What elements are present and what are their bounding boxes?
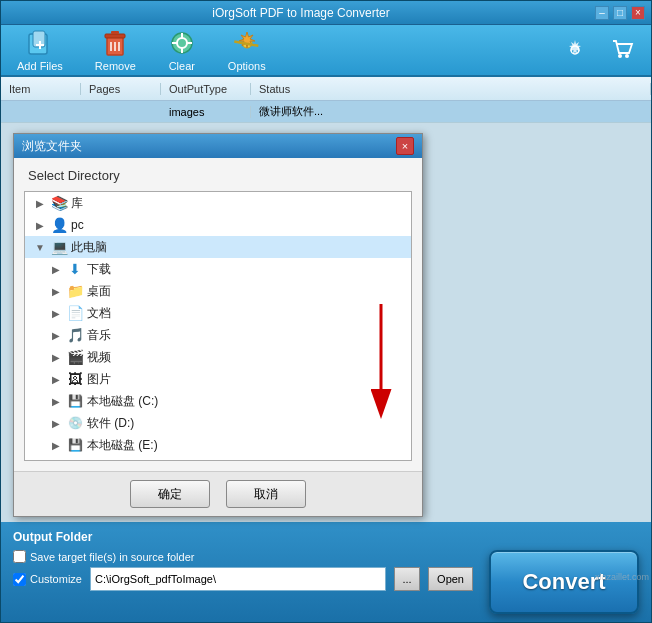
tree-label-库: 库 [71,195,83,212]
browse-button[interactable]: ... [394,567,420,591]
tree-icon-音乐: 🎵 [67,327,83,343]
tree-item-图片[interactable]: ▶ 🖼 图片 [25,368,411,390]
tree-label-miniencrypt: MiNiEncrypt [71,460,136,461]
tree-toggle-音乐[interactable]: ▶ [49,328,63,342]
tree-item-此电脑[interactable]: ▼ 💻 此电脑 [25,236,411,258]
clear-icon [168,29,196,57]
tree-item-local-e[interactable]: ▶ 💾 本地磁盘 (E:) [25,434,411,456]
save-source-label: Save target file(s) in source folder [30,551,194,563]
tree-item-pc[interactable]: ▶ 👤 pc [25,214,411,236]
customize-checkbox[interactable] [13,573,26,586]
add-files-label: Add Files [17,60,63,72]
toolbar: Add Files Remove [1,25,651,77]
dialog-cancel-button[interactable]: 取消 [226,480,306,508]
tree-icon-库: 📚 [51,195,67,211]
tree-toggle-此电脑[interactable]: ▼ [33,240,47,254]
tree-label-下载: 下载 [87,261,111,278]
tree-toggle-库[interactable]: ▶ [33,196,47,210]
output-path-input[interactable]: C:\iOrgSoft_pdfToImage\ [90,567,386,591]
tree-label-视频: 视频 [87,349,111,366]
dialog-confirm-button[interactable]: 确定 [130,480,210,508]
cart-icon-btn[interactable] [603,34,643,66]
tree-icon-文档: 📄 [67,305,83,321]
watermark: xlazaillet.com [595,572,649,582]
tree-item-桌面[interactable]: ▶ 📁 桌面 [25,280,411,302]
tree-icon-local-c: 💾 [67,393,83,409]
dialog-footer: 确定 取消 [14,471,422,516]
tree-icon-local-e: 💾 [67,437,83,453]
options-label: Options [228,60,266,72]
add-files-icon [26,29,54,57]
dialog-close-button[interactable]: × [396,137,414,155]
dialog-subtitle: Select Directory [24,168,412,183]
tree-toggle-pc[interactable]: ▶ [33,218,47,232]
tree-toggle-local-c[interactable]: ▶ [49,394,63,408]
svg-rect-6 [111,31,119,34]
tree-item-文档[interactable]: ▶ 📄 文档 [25,302,411,324]
tree-item-库[interactable]: ▶ 📚 库 [25,192,411,214]
tree-label-文档: 文档 [87,305,111,322]
tree-container[interactable]: ▶ 📚 库 ▶ 👤 pc ▼ 💻 此电脑 [24,191,412,461]
close-button[interactable]: × [631,6,645,20]
tree-item-视频[interactable]: ▶ 🎬 视频 [25,346,411,368]
tree-toggle-local-e[interactable]: ▶ [49,438,63,452]
customize-label: Customize [30,573,82,585]
tree-item-local-c[interactable]: ▶ 💾 本地磁盘 (C:) [25,390,411,412]
title-controls: – □ × [595,6,645,20]
options-icon [233,29,261,57]
tree-icon-此电脑: 💻 [51,239,67,255]
clear-button[interactable]: Clear [160,25,204,76]
app-title: iOrgSoft PDF to Image Converter [7,6,595,20]
tree-icon-桌面: 📁 [67,283,83,299]
remove-button[interactable]: Remove [87,25,144,76]
tree-toggle-soft-d[interactable]: ▶ [49,416,63,430]
customize-row: Customize C:\iOrgSoft_pdfToImage\ ... Op… [13,567,473,591]
svg-point-20 [625,54,629,58]
tree-label-local-c: 本地磁盘 (C:) [87,393,158,410]
browse-folder-dialog: 浏览文件夹 × Select Directory ▶ 📚 库 ▶ [13,133,423,517]
maximize-button[interactable]: □ [613,6,627,20]
save-source-checkbox[interactable] [13,550,26,563]
tree-label-local-e: 本地磁盘 (E:) [87,437,158,454]
svg-point-19 [618,54,622,58]
remove-icon [101,29,129,57]
save-source-checkbox-row: Save target file(s) in source folder [13,550,473,563]
tree-item-soft-d[interactable]: ▶ 💿 软件 (D:) [25,412,411,434]
tree-item-下载[interactable]: ▶ ⬇ 下载 [25,258,411,280]
options-button[interactable]: Options [220,25,274,76]
tree-icon-下载: ⬇ [67,261,83,277]
tree-toggle-图片[interactable]: ▶ [49,372,63,386]
bottom-section: Output Folder Save target file(s) in sou… [1,522,651,622]
clear-label: Clear [169,60,195,72]
add-files-button[interactable]: Add Files [9,25,71,76]
tree-toggle-下载[interactable]: ▶ [49,262,63,276]
toolbar-right-icons [555,34,643,66]
tree-toggle-桌面[interactable]: ▶ [49,284,63,298]
tree-icon-视频: 🎬 [67,349,83,365]
main-window: iOrgSoft PDF to Image Converter – □ × Ad… [0,0,652,623]
dialog-overlay: 浏览文件夹 × Select Directory ▶ 📚 库 ▶ [1,77,651,522]
convert-button[interactable]: Convert [489,550,639,614]
svg-rect-5 [105,34,125,38]
tree-label-pc: pc [71,218,84,232]
tree-toggle-miniencrypt[interactable]: ▶ [33,460,47,461]
tree-item-音乐[interactable]: ▶ 🎵 音乐 [25,324,411,346]
tree-label-此电脑: 此电脑 [71,239,107,256]
content-area: Item Pages OutPutType Status images 微讲师软… [1,77,651,522]
tree-icon-图片: 🖼 [67,371,83,387]
open-button[interactable]: Open [428,567,473,591]
tree-icon-soft-d: 💿 [67,415,83,431]
remove-label: Remove [95,60,136,72]
minimize-button[interactable]: – [595,6,609,20]
tree-icon-pc: 👤 [51,217,67,233]
output-folder-label: Output Folder [13,530,639,544]
title-bar: iOrgSoft PDF to Image Converter – □ × [1,1,651,25]
settings-icon-btn[interactable] [555,34,595,66]
tree-label-音乐: 音乐 [87,327,111,344]
tree-item-miniencrypt[interactable]: ▶ 📁 MiNiEncrypt [25,456,411,461]
tree-toggle-文档[interactable]: ▶ [49,306,63,320]
dialog-titlebar: 浏览文件夹 × [14,134,422,158]
dialog-title: 浏览文件夹 [22,138,82,155]
tree-icon-miniencrypt: 📁 [51,459,67,461]
tree-toggle-视频[interactable]: ▶ [49,350,63,364]
